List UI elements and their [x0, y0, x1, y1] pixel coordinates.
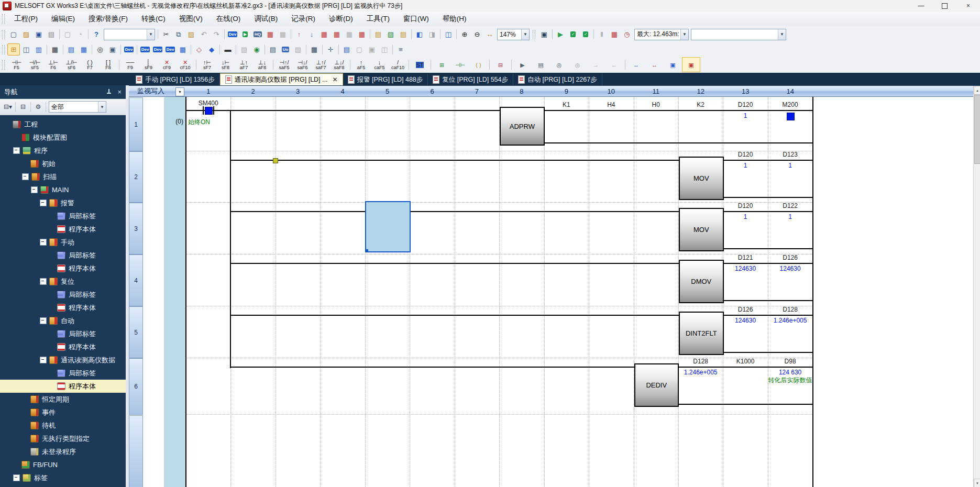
tree-display-icon[interactable]: ⊟▾: [2, 101, 14, 113]
tree-item-局部标签[interactable]: 局部标签: [0, 209, 126, 223]
refresh-icon[interactable]: ◉: [250, 43, 263, 56]
tree-filter-combo[interactable]: 全部▼: [49, 101, 106, 113]
expander-icon[interactable]: [31, 186, 38, 193]
device-search-icon[interactable]: HQ: [251, 28, 264, 40]
cpu-parameter-icon[interactable]: ▦: [49, 43, 61, 56]
edit-contact-button[interactable]: ⊣⊢: [451, 57, 469, 72]
coil-button[interactable]: ( )F7: [81, 57, 99, 72]
device-table-icon[interactable]: ▦: [177, 43, 189, 56]
tree-item-未登录程序[interactable]: 未登录程序: [0, 445, 126, 458]
watch-combo-caret-icon[interactable]: ▼: [778, 29, 786, 40]
mode-dropdown-button[interactable]: ▼: [175, 87, 184, 96]
vertical-scrollbar[interactable]: ▲ ▼: [973, 86, 980, 487]
tree-item-程序本体[interactable]: 程序本体: [0, 340, 126, 353]
tree-filter-caret-icon[interactable]: ▼: [98, 102, 106, 112]
outdent-button[interactable]: ←: [605, 57, 623, 72]
verify-plc-icon[interactable]: ▦: [318, 28, 331, 40]
scrollbar-thumb[interactable]: [974, 95, 980, 164]
paste-icon[interactable]: ▨: [185, 28, 197, 40]
falling-pulse-close-branch-button[interactable]: ⊥↓/saF8: [330, 57, 348, 72]
tree-item-通讯读测高仪数据[interactable]: 通讯读测高仪数据: [0, 353, 126, 367]
screen-gray1-icon[interactable]: ▢: [353, 43, 366, 56]
menu-f[interactable]: 搜索/替换(F): [82, 13, 135, 25]
horizontal-line-button[interactable]: ──F9: [121, 57, 139, 72]
plc-diag-icon[interactable]: ▦: [356, 28, 368, 40]
tree-item-扫描[interactable]: 扫描: [0, 170, 126, 183]
instruction-box-ADPRW[interactable]: ADPRW: [500, 107, 545, 146]
menu-o[interactable]: 在线(O): [210, 13, 248, 25]
convert-monitor-icon[interactable]: ✓: [567, 28, 579, 40]
monitor-status-icon[interactable]: ▣: [538, 28, 550, 40]
tab-3[interactable]: 报警 [PRG] [LD] 488步: [343, 74, 428, 85]
convert-ok-icon[interactable]: ✓: [579, 28, 592, 40]
expander-icon[interactable]: [40, 278, 47, 285]
window-cascade-icon[interactable]: ◧: [413, 28, 426, 40]
rising-convert-button[interactable]: ↑aF5: [352, 57, 370, 72]
write-to-plc-icon[interactable]: ↑: [293, 28, 305, 40]
program-list-icon[interactable]: ▤: [65, 43, 78, 56]
close-contact-button[interactable]: ⊣/⊢sF5: [26, 57, 44, 72]
screen-gray2-icon[interactable]: ▣: [366, 43, 378, 56]
rising-pulse-branch-button[interactable]: ⊥↑aF7: [235, 57, 253, 72]
close-button[interactable]: ×: [956, 0, 980, 12]
find-coil-button[interactable]: ◎: [568, 57, 587, 72]
wrap-red-button[interactable]: ↔: [645, 57, 664, 72]
output-window-icon[interactable]: ▥: [32, 43, 45, 56]
menu-r[interactable]: 记录(R): [284, 13, 322, 25]
scan-time-combo-caret-icon[interactable]: ▼: [680, 29, 688, 40]
invert-result-button[interactable]: /caF10: [389, 57, 407, 72]
maximize-button[interactable]: [933, 0, 956, 12]
zoom-in-icon[interactable]: ⊕: [458, 28, 471, 40]
wrap-blue-button[interactable]: ↔: [627, 57, 645, 72]
tree-item-无执行类型指定[interactable]: 无执行类型指定: [0, 432, 126, 445]
offline-gray-icon[interactable]: ▨: [238, 43, 250, 56]
tree-item-报警[interactable]: 报警: [0, 196, 126, 209]
instruction-box-MOV[interactable]: MOV: [679, 208, 724, 251]
open-project-icon[interactable]: ▨: [20, 28, 32, 40]
rising-pulse-button[interactable]: ↑⊢sF7: [198, 57, 216, 72]
tree-item-FB/FUN[interactable]: FB/FUN: [0, 458, 126, 471]
cut-icon[interactable]: ✂: [160, 28, 172, 40]
tree-item-复位[interactable]: 复位: [0, 275, 126, 288]
delete-vertical-line-button[interactable]: ✕cF10: [176, 57, 194, 72]
tool-red-icon[interactable]: ◇: [193, 43, 205, 56]
menu-w[interactable]: 窗口(W): [397, 13, 436, 25]
tab-1[interactable]: 手动 [PRG] [LD] 1356步: [131, 74, 220, 85]
expander-icon[interactable]: [40, 239, 47, 246]
tab-close-icon[interactable]: ✕: [332, 76, 337, 83]
close-icon[interactable]: ×: [117, 88, 122, 96]
tab-5[interactable]: 自动 [PRG] [LD] 2267步: [513, 74, 602, 85]
menu-v[interactable]: 视图(V): [172, 13, 210, 25]
falling-convert-button[interactable]: ↓caF5: [370, 57, 389, 72]
falling-pulse-button[interactable]: ↓⊢sF8: [216, 57, 235, 72]
delete-cell-button[interactable]: ⊟: [491, 57, 510, 72]
indent-button[interactable]: →: [587, 57, 605, 72]
scan-time-combo[interactable]: 最大: 12.463m:▼: [634, 29, 689, 40]
tree-item-标签[interactable]: 标签: [0, 471, 126, 484]
scroll-down-icon[interactable]: ▼: [974, 479, 980, 487]
contact-table-icon[interactable]: ▦: [308, 43, 321, 56]
help-icon[interactable]: ?: [90, 28, 103, 40]
zoom-combo[interactable]: 147%▼: [497, 29, 530, 40]
open-branch-button[interactable]: ⊥⊢F6: [44, 57, 62, 72]
device-comment-icon[interactable]: Dev: [123, 43, 135, 56]
device-memory-icon[interactable]: Dev: [139, 43, 151, 56]
clipboard-list-icon[interactable]: ▤: [267, 43, 279, 56]
zoom-combo-caret-icon[interactable]: ▼: [521, 29, 529, 40]
tree-item-局部标签[interactable]: 局部标签: [0, 288, 126, 301]
application-instruction-button[interactable]: [ ]F8: [99, 57, 117, 72]
instruction-box-DEDIV[interactable]: DEDIV: [634, 363, 679, 407]
selection-handle-icon[interactable]: [365, 249, 368, 252]
menu-t[interactable]: 工具(T): [360, 13, 397, 25]
redo-icon[interactable]: ↷: [210, 28, 223, 40]
close-branch-button[interactable]: ⊥/⊢sF6: [62, 57, 81, 72]
run-mode-icon[interactable]: ▶: [554, 28, 567, 40]
tree-item-程序本体[interactable]: 程序本体: [0, 301, 126, 314]
vertical-line-button[interactable]: │sF9: [139, 57, 158, 72]
note-display-icon[interactable]: ▤: [397, 28, 410, 40]
list-display-button[interactable]: ▤: [532, 57, 550, 72]
cross-reference-icon[interactable]: ✛: [324, 43, 337, 56]
read-from-plc-icon[interactable]: ↓: [305, 28, 318, 40]
element-selection-icon[interactable]: ◫: [20, 43, 32, 56]
print-preview-icon[interactable]: ▢: [61, 28, 74, 40]
